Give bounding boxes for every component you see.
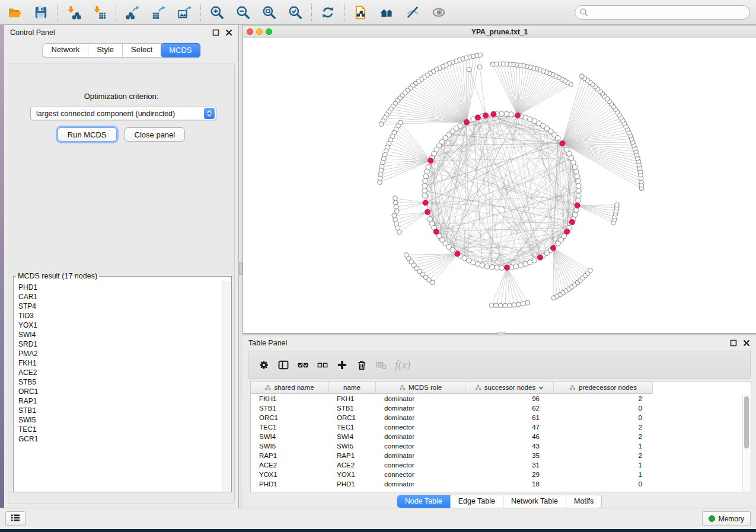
zoom-out-button[interactable] (234, 4, 252, 21)
mcds-result-item[interactable]: RAP1 (18, 396, 222, 406)
float-panel-icon[interactable] (212, 29, 219, 36)
mcds-list-scrollbar[interactable] (222, 281, 231, 491)
graph-node[interactable] (564, 147, 569, 152)
tab-motifs[interactable]: Motifs (566, 495, 601, 508)
table-row[interactable]: ORC1ORC1dominator610 (251, 413, 751, 422)
table-row[interactable]: SWI4SWI4dominator462 (251, 432, 751, 441)
graph-leaf-node[interactable] (512, 303, 516, 307)
tab-select[interactable]: Select (123, 44, 161, 57)
tab-mcds[interactable]: MCDS (161, 43, 200, 57)
graph-hub-node[interactable] (575, 203, 580, 208)
graph-node[interactable] (572, 212, 578, 217)
graph-leaf-node[interactable] (503, 303, 508, 308)
table-scrollbar[interactable] (742, 394, 750, 491)
criterion-select[interactable]: largest connected component (undirected) (30, 107, 216, 120)
graph-node[interactable] (423, 174, 429, 179)
graph-leaf-node[interactable] (430, 280, 435, 285)
graph-hub-node[interactable] (515, 113, 520, 118)
table-row[interactable]: SWI5SWI5connector431 (251, 441, 751, 451)
close-panel-icon[interactable] (225, 29, 232, 36)
graph-leaf-node[interactable] (489, 303, 494, 307)
eye-slash-button[interactable] (404, 4, 422, 21)
graph-node[interactable] (484, 264, 490, 269)
tab-network-table[interactable]: Network Table (503, 495, 566, 508)
mcds-result-item[interactable]: SWI5 (18, 415, 222, 425)
graph-node[interactable] (480, 263, 485, 268)
graph-node[interactable] (576, 188, 582, 194)
houses-button[interactable] (378, 4, 395, 21)
mcds-result-item[interactable]: PHD1 (18, 283, 222, 292)
graph-hub-node[interactable] (425, 209, 430, 214)
graph-node[interactable] (426, 165, 431, 170)
graph-leaf-node[interactable] (508, 303, 512, 308)
graph-node[interactable] (574, 169, 579, 174)
mcds-result-item[interactable]: FKH1 (18, 358, 222, 368)
export-image-button[interactable] (176, 4, 193, 21)
graph-hub-node[interactable] (455, 251, 460, 257)
zoom-in-button[interactable] (208, 4, 226, 21)
zoom-selected-button[interactable] (286, 4, 304, 21)
mcds-result-item[interactable]: TEC1 (18, 425, 222, 434)
memory-button[interactable]: Memory (702, 511, 751, 526)
column-header-shared-name[interactable]: shared name (251, 382, 328, 394)
close-panel-button[interactable]: Close panel (125, 127, 186, 142)
graph-hub-node[interactable] (569, 219, 575, 225)
graph-leaf-node[interactable] (379, 122, 384, 127)
import-network-button[interactable] (65, 4, 82, 21)
graph-node[interactable] (576, 184, 581, 189)
graph-node[interactable] (532, 258, 537, 263)
graph-hub-node[interactable] (475, 115, 480, 120)
mcds-result-item[interactable]: STB1 (18, 406, 222, 415)
graph-leaf-node[interactable] (394, 209, 399, 213)
add-column-button[interactable] (335, 358, 349, 372)
task-history-button[interactable] (5, 511, 25, 526)
search-input[interactable] (575, 5, 750, 20)
zoom-fit-button[interactable] (260, 4, 278, 21)
toggle-column-panel-button[interactable] (276, 358, 291, 372)
mcds-result-item[interactable]: GCR1 (18, 434, 222, 444)
graph-node[interactable] (499, 265, 505, 271)
graph-node[interactable] (476, 261, 481, 267)
graph-hub-node[interactable] (428, 158, 433, 164)
graph-node[interactable] (450, 248, 455, 253)
graph-leaf-node[interactable] (615, 203, 620, 207)
graph-node[interactable] (423, 178, 428, 184)
graph-node[interactable] (523, 115, 528, 120)
save-session-button[interactable] (32, 4, 50, 21)
graph-leaf-node[interactable] (394, 204, 398, 209)
mcds-result-item[interactable]: YOX1 (18, 321, 222, 330)
mcds-result-item[interactable]: PMA2 (18, 349, 222, 358)
table-row[interactable]: RAP1RAP1dominator352 (251, 451, 751, 460)
close-table-panel-icon[interactable] (743, 339, 750, 347)
graph-leaf-node[interactable] (378, 180, 382, 185)
graph-leaf-node[interactable] (393, 196, 398, 201)
tab-node-table[interactable]: Node Table (397, 495, 451, 508)
graph-node[interactable] (576, 178, 581, 184)
column-header-name[interactable]: name (328, 382, 376, 394)
export-table-button[interactable] (149, 4, 167, 21)
graph-hub-node[interactable] (483, 113, 488, 118)
graph-node[interactable] (575, 174, 580, 179)
eye-button[interactable] (430, 4, 448, 21)
graph-node[interactable] (425, 169, 430, 174)
tab-network[interactable]: Network (43, 44, 88, 57)
table-row[interactable]: PHD1PHD1dominator180 (251, 479, 751, 489)
graph-hub-node[interactable] (537, 255, 543, 260)
open-file-button[interactable] (6, 4, 24, 21)
table-row[interactable]: TEC1TEC1connector472 (251, 422, 751, 432)
graph-node[interactable] (576, 198, 581, 203)
graph-leaf-node[interactable] (392, 213, 397, 218)
graph-hub-node[interactable] (550, 245, 556, 251)
graph-hub-node[interactable] (423, 200, 428, 206)
column-header-successor-nodes[interactable]: successor nodes (465, 382, 554, 394)
mcds-result-item[interactable]: ORC1 (18, 387, 222, 396)
run-mcds-button[interactable]: Run MCDS (58, 127, 117, 142)
table-scrollbar-thumb[interactable] (744, 396, 749, 448)
graph-leaf-node[interactable] (521, 302, 525, 306)
tab-style[interactable]: Style (88, 44, 123, 57)
graph-hub-node[interactable] (564, 229, 570, 234)
delete-columns-button[interactable] (355, 358, 369, 372)
graph-leaf-node[interactable] (393, 200, 398, 205)
graph-hub-node[interactable] (433, 229, 439, 234)
graph-leaf-node[interactable] (397, 230, 402, 235)
